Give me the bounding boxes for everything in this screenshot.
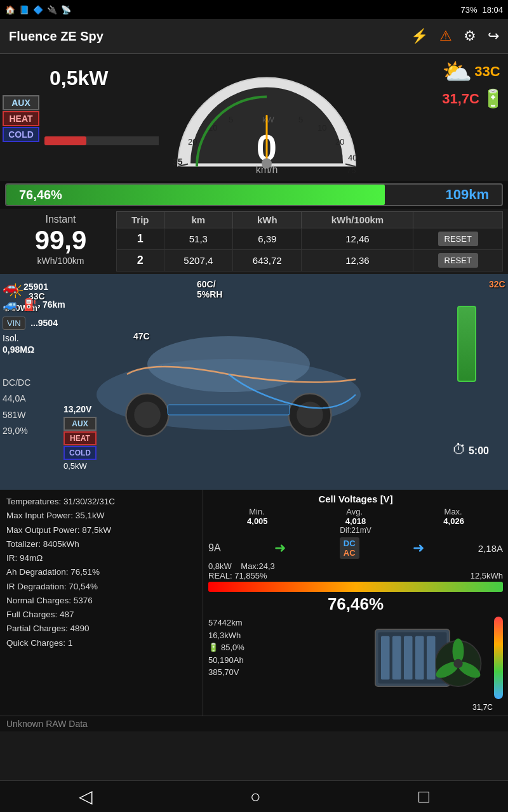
- speedometer: 35 20 10 5 5 10 20 40 75 kW 0 km/h: [159, 54, 375, 178]
- full-charges-line: Full Charges: 487: [6, 608, 196, 622]
- reset-btn-1-cell[interactable]: RESET: [413, 228, 503, 250]
- col-kwh100: kWh/100km: [302, 212, 413, 228]
- trip-section: Instant 99,9 kWh/100km Trip km kWh kWh/1…: [0, 209, 508, 274]
- car-aux-power: 0,5kW: [64, 461, 97, 471]
- recents-button[interactable]: □: [418, 787, 429, 807]
- clock: 18:04: [482, 5, 503, 15]
- min-label: Min.: [249, 507, 265, 516]
- warning-icon[interactable]: ⚠: [439, 28, 452, 44]
- instant-box: Instant 99,9 kWh/100km: [5, 211, 116, 272]
- trip-num-1: 1: [117, 228, 164, 250]
- bottom-section: Temperatures: 31/30/32/31C Max Input Pow…: [0, 490, 508, 716]
- ir-deg-line: IR Degradation: 70,54%: [6, 580, 196, 594]
- svg-text:5: 5: [298, 115, 303, 124]
- trip-table: Trip km kWh kWh/100km 1 51,3 6,39 12,46 …: [116, 211, 503, 272]
- svg-text:5: 5: [229, 115, 233, 124]
- totalizer-line: Totalizer: 8405kWh: [6, 537, 196, 551]
- stat-km: 57442km: [208, 617, 244, 629]
- battery-voltage-box: 13,20V AUX HEAT COLD 0,5kW: [64, 404, 97, 471]
- power-kw-row: 0,8kW Max:24,3: [208, 561, 503, 571]
- car-diagram-section: ☀ 33C 700W/m² 60C/ 5%RH 32C 🚗 259: [0, 274, 508, 490]
- normal-charges-line: Normal Charges: 5376: [6, 594, 196, 608]
- app-icon-3: 🔷: [33, 5, 43, 15]
- stat-kwh: 16,3kWh: [208, 629, 244, 642]
- battery-module-svg: [370, 617, 484, 699]
- svg-text:20: 20: [335, 137, 344, 147]
- real-kwh: 12,5kWh: [471, 571, 503, 580]
- svg-rect-29: [392, 636, 401, 679]
- battery-icon: 🔋: [482, 88, 504, 109]
- cell-dif: Dif:21mV: [208, 526, 503, 535]
- instant-label: Instant: [5, 214, 116, 225]
- dcdc-current: 44,0A: [3, 393, 26, 403]
- temp-line: Temperatures: 31/30/32/31C: [6, 495, 196, 509]
- battery-bar-section: 76,46% 109km: [0, 181, 508, 209]
- cell-volt-headers: Min. Avg. Max.: [208, 507, 503, 516]
- battery-bar-fill: [6, 185, 385, 205]
- max-input-line: Max Input Power: 35,1kW: [6, 509, 196, 523]
- real-soc-pct: 76,46%: [208, 594, 503, 614]
- outside-temp: 33C: [474, 63, 500, 80]
- top-section: AUX HEAT COLD 0,5kW 35 20 10 5 5: [0, 54, 508, 181]
- isol-label: Isol.: [3, 333, 19, 343]
- ac-label: AC: [344, 548, 356, 558]
- col-kwh: kWh: [233, 212, 302, 228]
- dcdc-pct: 29,0%: [3, 426, 28, 436]
- lightning-icon[interactable]: ⚡: [411, 28, 428, 44]
- temp-bottom-val: 31,7C: [472, 703, 493, 712]
- stat-pct: 85,0%: [221, 641, 244, 654]
- bottom-right: Cell Voltages [V] Min. Avg. Max. 4,005 4…: [203, 490, 508, 716]
- dc-label: DC: [344, 539, 356, 548]
- battery-percent: 76,46%: [19, 188, 62, 202]
- isol-val: 0,98MΩ: [3, 344, 34, 355]
- trip-num-2: 2: [117, 250, 164, 272]
- svg-rect-28: [381, 636, 390, 679]
- real-soc-row: REAL: 71,855% 12,5kWh: [208, 571, 503, 580]
- weather-icon: ⛅: [442, 58, 472, 86]
- status-right: 73% 18:04: [460, 5, 503, 15]
- stat-volt: 385,70V: [208, 666, 244, 679]
- back-button[interactable]: ◁: [79, 786, 93, 807]
- col-km: km: [164, 212, 232, 228]
- svg-point-13: [262, 159, 272, 169]
- dcdc-watts: 581W: [3, 410, 26, 420]
- top-bar: Fluence ZE Spy ⚡ ⚠ ⚙ ↪: [0, 19, 508, 54]
- top-right-info: ⛅ 33C 31,7C 🔋: [442, 58, 504, 109]
- charge-symbol: ⛽: [23, 298, 37, 311]
- svg-rect-31: [415, 636, 424, 679]
- trip-kwh-2: 643,72: [233, 250, 302, 272]
- reset-button-1[interactable]: RESET: [438, 232, 478, 246]
- settings-icon[interactable]: ⚙: [464, 28, 476, 44]
- col-trip: Trip: [117, 212, 164, 228]
- status-bar: 🏠 📘 🔷 🔌 📡 73% 18:04: [0, 0, 508, 19]
- vin-label: VIN: [3, 317, 25, 330]
- avg-label: Avg.: [346, 507, 363, 516]
- raw-data-text: Unknown RAW Data: [6, 719, 88, 729]
- car-heat-label: HEAT: [64, 431, 97, 445]
- app-icon-1: 🏠: [5, 5, 15, 15]
- thermometer: [494, 617, 503, 699]
- instant-value: 99,9: [5, 225, 116, 256]
- home-button[interactable]: ○: [250, 787, 261, 807]
- current-flow-row: 9A ➜ DC AC ➜ 2,18A: [208, 537, 503, 559]
- heat-label: HEAT: [3, 111, 39, 126]
- dc-ac-box: DC AC: [340, 537, 359, 559]
- vin-val: ...9504: [30, 318, 58, 328]
- app-icon-5: 📡: [61, 5, 71, 15]
- dcdc-label: DC/DC: [3, 377, 30, 388]
- min-val: 4,005: [247, 516, 268, 526]
- motor-temp-val: 47C: [133, 331, 150, 341]
- app-title: Fluence ZE Spy: [9, 29, 104, 44]
- cell-volt-values: 4,005 4,018 4,026: [208, 516, 503, 526]
- reset-button-2[interactable]: RESET: [438, 253, 478, 268]
- top-icons[interactable]: ⚡ ⚠ ⚙ ↪: [411, 28, 499, 44]
- bottom-left: Temperatures: 31/30/32/31C Max Input Pow…: [0, 490, 203, 716]
- navigation-bar[interactable]: ◁ ○ □: [0, 780, 508, 812]
- max-label: Max.: [444, 507, 462, 516]
- car-aux-label: AUX: [64, 417, 97, 431]
- battery-range: 109km: [445, 187, 489, 203]
- reset-btn-2-cell[interactable]: RESET: [413, 250, 503, 272]
- exit-icon[interactable]: ↪: [488, 28, 499, 44]
- aux-label: AUX: [3, 95, 39, 110]
- battery-module-area: 31,7C: [370, 617, 503, 712]
